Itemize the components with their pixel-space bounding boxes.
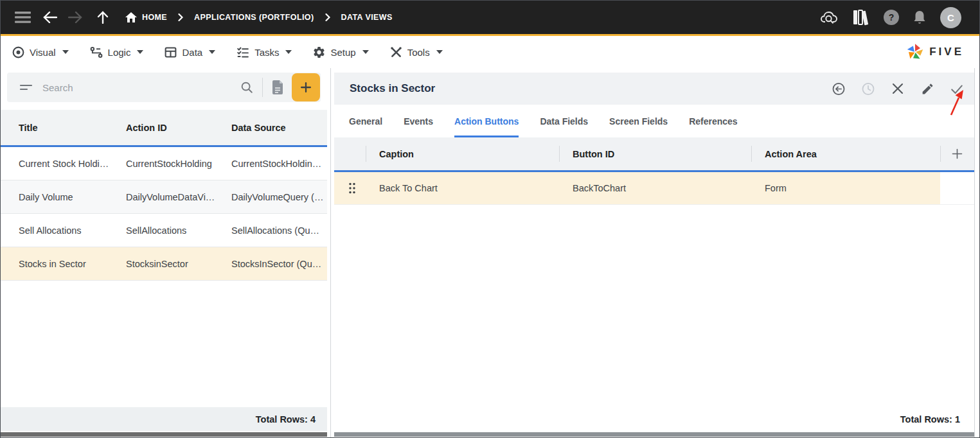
column-header-action-area: Action Area xyxy=(751,137,940,170)
edit-pencil-icon[interactable] xyxy=(920,82,934,96)
record-action-icons xyxy=(832,82,964,96)
table-row-daily-volume[interactable]: Daily Volume DailyVolumeDataVi… DailyVol… xyxy=(1,180,327,214)
left-horizontal-scrollbar xyxy=(1,431,327,437)
list-empty-space xyxy=(1,281,327,407)
add-data-view-button[interactable] xyxy=(292,73,320,101)
column-header-title: Title xyxy=(1,123,112,133)
list-total-rows: Total Rows: 4 xyxy=(1,407,327,431)
panel-divider xyxy=(327,68,334,437)
back-arrow-icon[interactable] xyxy=(41,8,59,26)
help-icon[interactable]: ? xyxy=(884,10,899,25)
search-icon[interactable] xyxy=(240,80,254,94)
topbar-right-group: ? C xyxy=(821,7,979,28)
right-horizontal-scrollbar xyxy=(334,431,974,437)
filter-icon[interactable] xyxy=(19,82,33,93)
right-scrollbar-thumb[interactable] xyxy=(334,432,974,437)
logic-flow-icon xyxy=(89,46,103,59)
eye-icon xyxy=(12,46,25,59)
tab-references[interactable]: References xyxy=(689,105,738,137)
search-input[interactable] xyxy=(42,82,240,93)
left-scrollbar-thumb[interactable] xyxy=(1,432,327,437)
main-menu-bar: Visual Logic Data Tasks Setup Tools xyxy=(1,36,979,68)
five-logo-text: FIVE xyxy=(929,46,964,58)
tab-action-buttons[interactable]: Action Buttons xyxy=(454,105,519,137)
five-pinwheel-icon xyxy=(905,42,925,62)
search-bar xyxy=(7,73,321,102)
topbar-left-group: HOME APPLICATIONS (PORTFOLIO) DATA VIEWS xyxy=(1,8,393,26)
record-detail-panel: Stocks in Sector xyxy=(334,68,975,437)
up-arrow-icon[interactable] xyxy=(94,8,112,26)
column-header-caption: Caption xyxy=(366,137,559,170)
action-buttons-table-header: Caption Button ID Action Area xyxy=(334,137,974,170)
list-table-header: Title Action ID Data Source xyxy=(1,110,327,145)
dropdown-caret-icon xyxy=(285,50,292,54)
top-navigation-bar: HOME APPLICATIONS (PORTFOLIO) DATA VIEWS… xyxy=(1,1,979,36)
table-row-sell-allocations[interactable]: Sell Allocations SellAllocations SellAll… xyxy=(1,214,327,247)
detail-total-rows: Total Rows: 1 xyxy=(334,408,974,431)
plus-icon xyxy=(299,80,313,94)
tab-data-fields[interactable]: Data Fields xyxy=(540,105,588,137)
app-window: HOME APPLICATIONS (PORTFOLIO) DATA VIEWS… xyxy=(0,0,980,438)
add-action-button[interactable] xyxy=(940,137,974,170)
dropdown-caret-icon xyxy=(209,50,215,54)
content-area: Title Action ID Data Source Current Stoc… xyxy=(1,68,979,437)
menu-tasks[interactable]: Tasks xyxy=(236,46,292,59)
dropdown-caret-icon xyxy=(436,50,443,54)
menu-visual[interactable]: Visual xyxy=(12,46,69,59)
dropdown-caret-icon xyxy=(362,50,369,54)
table-row-stocks-in-sector[interactable]: Stocks in Sector StocksinSector StocksIn… xyxy=(1,247,327,281)
dropdown-caret-icon xyxy=(62,50,69,54)
drag-handle-column-header xyxy=(334,137,366,170)
column-header-action-id: Action ID xyxy=(112,123,220,133)
save-check-icon[interactable] xyxy=(950,82,964,96)
history-clock-icon[interactable] xyxy=(861,82,875,96)
record-header: Stocks in Sector xyxy=(334,73,974,105)
breadcrumb-chevron-icon xyxy=(325,13,330,21)
dropdown-caret-icon xyxy=(137,50,143,54)
breadcrumb-home[interactable]: HOME xyxy=(125,12,167,22)
plus-icon xyxy=(950,147,964,161)
five-logo: FIVE xyxy=(905,42,964,62)
breadcrumb-chevron-icon xyxy=(178,13,183,21)
table-row-current-stock-holdings[interactable]: Current Stock Holdi… CurrentStockHolding… xyxy=(1,147,327,180)
drag-handle-icon[interactable] xyxy=(334,172,366,204)
close-icon[interactable] xyxy=(891,82,905,96)
cloud-inspect-icon[interactable] xyxy=(821,10,839,24)
breadcrumb-data-views[interactable]: DATA VIEWS xyxy=(341,13,393,22)
tab-screen-fields[interactable]: Screen Fields xyxy=(609,105,668,137)
menu-logic[interactable]: Logic xyxy=(89,46,144,59)
action-button-row-back-to-chart[interactable]: Back To Chart BackToChart Form xyxy=(334,172,974,205)
column-header-button-id: Button ID xyxy=(559,137,751,170)
user-avatar[interactable]: C xyxy=(940,7,961,28)
table-grid-icon xyxy=(164,46,177,59)
hamburger-menu-icon[interactable] xyxy=(13,8,31,26)
breadcrumb-applications[interactable]: APPLICATIONS (PORTFOLIO) xyxy=(194,13,314,22)
library-books-icon[interactable] xyxy=(852,9,870,26)
tab-general[interactable]: General xyxy=(349,105,382,137)
gear-icon xyxy=(312,46,326,59)
menu-setup[interactable]: Setup xyxy=(312,46,368,59)
menu-tools[interactable]: Tools xyxy=(389,46,443,59)
detail-empty-space xyxy=(334,205,974,408)
data-views-list-panel: Title Action ID Data Source Current Stoc… xyxy=(1,68,327,437)
document-copy-icon[interactable] xyxy=(271,79,286,96)
column-header-data-source: Data Source xyxy=(220,123,327,133)
forward-arrow-icon[interactable] xyxy=(66,8,84,26)
record-tabs: General Events Action Buttons Data Field… xyxy=(334,105,974,137)
breadcrumb-home-label: HOME xyxy=(142,13,167,22)
home-icon xyxy=(125,12,137,22)
crossed-tools-icon xyxy=(389,46,403,59)
notifications-bell-icon[interactable] xyxy=(913,10,927,25)
row-trailing-space xyxy=(940,172,974,204)
record-title: Stocks in Sector xyxy=(350,82,435,95)
menu-data[interactable]: Data xyxy=(164,46,215,59)
revert-icon[interactable] xyxy=(832,82,846,96)
checklist-icon xyxy=(236,46,250,59)
search-bar-divider xyxy=(262,78,263,97)
tab-events[interactable]: Events xyxy=(404,105,433,137)
